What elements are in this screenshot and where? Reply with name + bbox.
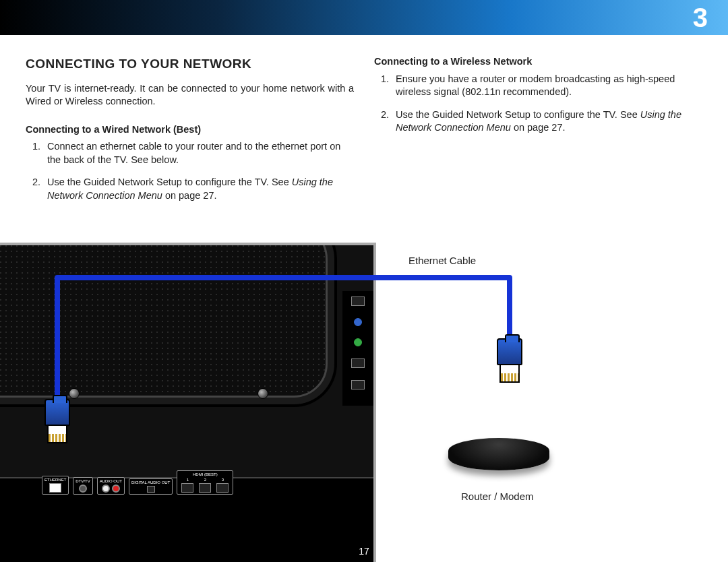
- wired-step-1: Connect an ethernet cable to your router…: [43, 140, 354, 166]
- intro-paragraph: Your TV is internet-ready. It can be con…: [26, 82, 354, 108]
- left-column: CONNECTING TO YOUR NETWORK Your TV is in…: [26, 55, 354, 215]
- wired-steps: Connect an ethernet cable to your router…: [26, 140, 354, 202]
- rj45-connector-router: [497, 338, 522, 385]
- router-label: Router / Modem: [461, 491, 534, 502]
- section-title: CONNECTING TO YOUR NETWORK: [26, 55, 354, 73]
- dtv-port: DTV/TV: [73, 477, 92, 495]
- wireless-heading: Connecting to a Wireless Network: [374, 55, 702, 69]
- ethernet-cable-label: Ethernet Cable: [408, 255, 476, 266]
- hdmi-ports: HDMI (BEST) 1 2 3: [177, 470, 233, 495]
- wireless-steps: Ensure you have a router or modem broadc…: [374, 73, 702, 135]
- rj45-connector-tv: [44, 399, 70, 446]
- bottom-port-strip: ETHERNET DTV/TV AUDIO OUT DIGITAL AUDIO …: [0, 477, 376, 562]
- header-band: 3: [0, 0, 728, 35]
- connection-diagram: ETHERNET DTV/TV AUDIO OUT DIGITAL AUDIO …: [0, 225, 728, 562]
- right-column: Connecting to a Wireless Network Ensure …: [374, 55, 702, 215]
- ethernet-port: ETHERNET: [42, 476, 69, 495]
- side-port-column: [342, 291, 373, 406]
- side-port: [351, 358, 365, 368]
- content-columns: CONNECTING TO YOUR NETWORK Your TV is in…: [0, 35, 728, 215]
- router-modem-icon: [448, 438, 549, 478]
- port-row: ETHERNET DTV/TV AUDIO OUT DIGITAL AUDIO …: [42, 470, 233, 495]
- side-port: [351, 296, 365, 306]
- chapter-number: 3: [693, 3, 708, 33]
- digital-audio-port: DIGITAL AUDIO OUT: [129, 478, 173, 495]
- speaker-grille: [0, 243, 328, 398]
- wired-heading: Connecting to a Wired Network (Best): [26, 123, 354, 137]
- page-number: 17: [359, 546, 369, 557]
- side-port: [351, 380, 365, 389]
- wireless-step-2: Use the Guided Network Setup to configur…: [392, 108, 702, 135]
- side-port-blue: [354, 318, 362, 326]
- side-port-green: [354, 338, 362, 346]
- wireless-step-1: Ensure you have a router or modem broadc…: [392, 73, 702, 99]
- screw-icon: [257, 388, 268, 399]
- audio-out-port: AUDIO OUT: [97, 477, 125, 495]
- wired-step-2: Use the Guided Network Setup to configur…: [43, 176, 354, 202]
- screw-icon: [69, 388, 80, 399]
